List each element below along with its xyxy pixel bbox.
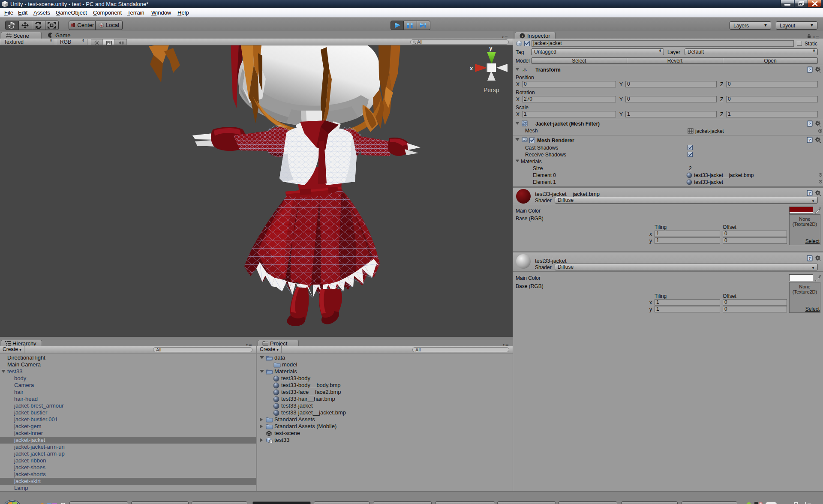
svg-text:y: y — [489, 45, 493, 51]
svg-text:Persp: Persp — [484, 87, 499, 93]
svg-text:x: x — [470, 65, 473, 72]
